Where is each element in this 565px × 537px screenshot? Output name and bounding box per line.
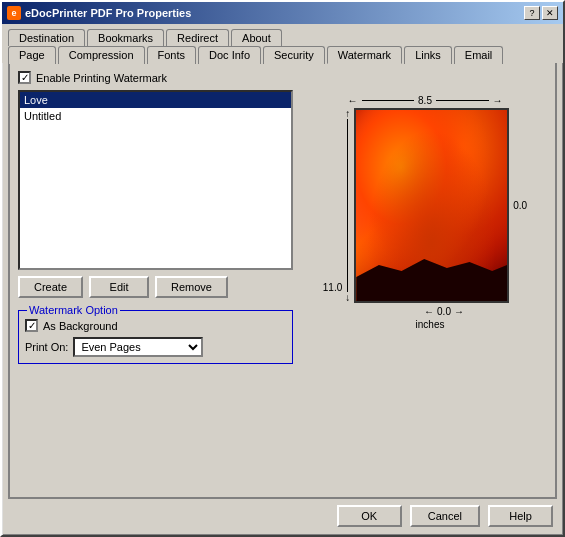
enable-watermark-label: Enable Printing Watermark: [36, 72, 167, 84]
main-row: Love Untitled Create Edit Remove Waterma…: [18, 90, 547, 489]
bottom-offset-value: 0.0: [437, 306, 451, 317]
dialog-footer: OK Cancel Help: [2, 499, 563, 535]
cancel-button[interactable]: Cancel: [410, 505, 480, 527]
action-buttons: Create Edit Remove: [18, 276, 293, 298]
watermark-group-label: Watermark Option: [27, 304, 120, 316]
top-dim-line-left: [362, 100, 415, 101]
up-arrow-icon: ↑: [345, 108, 350, 119]
bottom-dim-row: ← 0.0 →: [386, 306, 464, 317]
right-offset-value: 0.0: [513, 200, 527, 211]
width-dimension-row: ← 8.5 →: [348, 95, 503, 106]
app-icon: e: [7, 6, 21, 20]
title-bar: e eDocPrinter PDF Pro Properties ? ✕: [2, 2, 563, 24]
title-buttons: ? ✕: [524, 6, 558, 20]
tab-email[interactable]: Email: [454, 46, 504, 64]
tab-doc-info[interactable]: Doc Info: [198, 46, 261, 64]
window-title: eDocPrinter PDF Pro Properties: [25, 7, 191, 19]
as-background-row: As Background: [25, 319, 286, 332]
enable-row: Enable Printing Watermark: [18, 71, 547, 84]
enable-watermark-checkbox[interactable]: [18, 71, 31, 84]
bottom-left-arrow-icon: ←: [424, 306, 434, 317]
content-area: Enable Printing Watermark Love Untitled …: [8, 63, 557, 499]
tab-bookmarks[interactable]: Bookmarks: [87, 29, 164, 46]
down-arrow-icon: ↓: [345, 292, 350, 303]
edit-button[interactable]: Edit: [89, 276, 149, 298]
create-button[interactable]: Create: [18, 276, 83, 298]
title-bar-left: e eDocPrinter PDF Pro Properties: [7, 6, 191, 20]
tab-compression[interactable]: Compression: [58, 46, 145, 64]
watermark-options-group: Watermark Option As Background Print On:…: [18, 310, 293, 364]
right-preview-panel: ← 8.5 → 11.0: [303, 90, 547, 489]
print-on-row: Print On: All Pages Even Pages Odd Pages: [25, 337, 286, 357]
top-dim-line-right: [436, 100, 489, 101]
main-window: e eDocPrinter PDF Pro Properties ? ✕ Des…: [0, 0, 565, 537]
inches-label: inches: [406, 319, 445, 330]
close-button[interactable]: ✕: [542, 6, 558, 20]
tab-about[interactable]: About: [231, 29, 282, 46]
tab-security[interactable]: Security: [263, 46, 325, 64]
list-item[interactable]: Love: [20, 92, 291, 108]
print-on-label: Print On:: [25, 341, 68, 353]
help-title-button[interactable]: ?: [524, 6, 540, 20]
tab-watermark[interactable]: Watermark: [327, 46, 402, 64]
remove-button[interactable]: Remove: [155, 276, 228, 298]
right-arrow-icon: →: [493, 95, 503, 106]
preview-wrapper: 11.0 ↑ ↓: [323, 108, 527, 303]
left-panel: Love Untitled Create Edit Remove Waterma…: [18, 90, 293, 489]
print-on-select[interactable]: All Pages Even Pages Odd Pages: [73, 337, 203, 357]
as-background-label: As Background: [43, 320, 118, 332]
tab-row-2: Page Compression Fonts Doc Info Security…: [2, 45, 563, 63]
bottom-right-arrow-icon: →: [454, 306, 464, 317]
watermark-list[interactable]: Love Untitled: [18, 90, 293, 270]
height-label: 11.0: [323, 282, 342, 293]
tab-page[interactable]: Page: [8, 46, 56, 64]
as-background-checkbox[interactable]: [25, 319, 38, 332]
tab-destination[interactable]: Destination: [8, 29, 85, 46]
watermark-opts: As Background Print On: All Pages Even P…: [25, 319, 286, 357]
help-button[interactable]: Help: [488, 505, 553, 527]
ok-button[interactable]: OK: [337, 505, 402, 527]
left-arrow-icon: ←: [348, 95, 358, 106]
tab-row-1: Destination Bookmarks Redirect About: [2, 24, 563, 45]
tab-links[interactable]: Links: [404, 46, 452, 64]
watermark-preview-image: [354, 108, 509, 303]
list-item[interactable]: Untitled: [20, 108, 291, 124]
tab-fonts[interactable]: Fonts: [147, 46, 197, 64]
width-value: 8.5: [418, 95, 432, 106]
tab-redirect[interactable]: Redirect: [166, 29, 229, 46]
